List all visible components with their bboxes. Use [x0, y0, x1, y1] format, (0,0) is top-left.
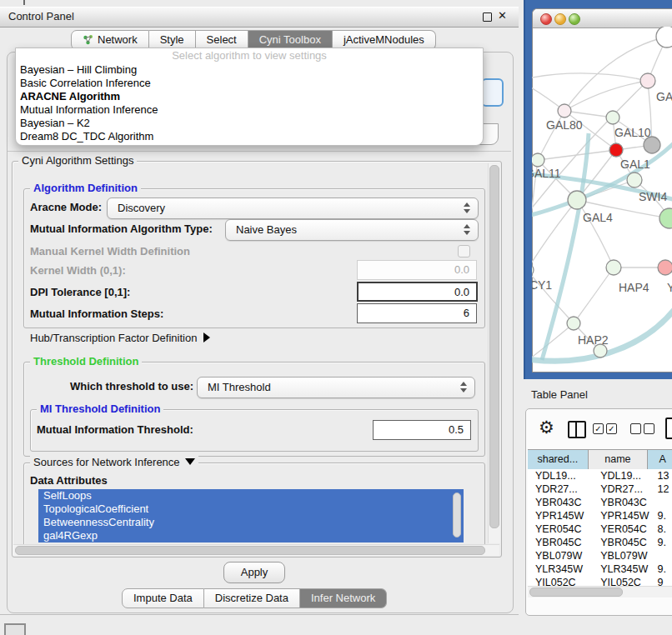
network-node[interactable] [606, 260, 621, 275]
column-header-name[interactable]: name [589, 450, 649, 469]
algorithm-option[interactable]: Mutual Information Inference [16, 103, 483, 117]
network-node-label: GAL10 [614, 126, 651, 139]
network-node[interactable] [640, 73, 655, 88]
network-node[interactable] [627, 172, 642, 188]
attribute-item[interactable]: BetweennessCentrality [38, 516, 464, 529]
unchecked-checkbox-icon[interactable] [644, 423, 654, 434]
collapse-down-icon [185, 458, 195, 465]
algorithm-dropdown[interactable]: Select algorithm to view settings Bayesi… [15, 48, 484, 146]
mi-type-value: Naive Bayes [226, 220, 478, 240]
network-node-label: GCY1 [532, 278, 552, 292]
algorithm-option[interactable]: Bayesian – Hill Climbing [16, 63, 483, 77]
column-header-partial[interactable]: A [648, 450, 672, 469]
which-threshold-value: MI Threshold [198, 378, 474, 398]
table-cell: YBR043C [528, 496, 594, 509]
tab-label: Impute Data [133, 592, 193, 604]
mi-threshold-field[interactable]: 0.5 [373, 420, 471, 440]
attributes-scrollbar-thumb[interactable] [453, 492, 461, 538]
network-node[interactable] [659, 208, 672, 228]
settings-hscrollbar-thumb[interactable] [15, 546, 485, 555]
network-node[interactable] [644, 137, 660, 153]
tab-infer-network[interactable]: Infer Network [300, 588, 387, 608]
table-hscrollbar-thumb[interactable] [529, 588, 623, 597]
table-cell [654, 496, 672, 509]
network-node[interactable] [658, 260, 672, 275]
top-edge-line [23, 0, 25, 5]
network-window-titlebar[interactable] [533, 9, 672, 28]
bottom-divider [0, 614, 519, 615]
table-row[interactable]: YBR045CYBR045C9. [528, 536, 672, 549]
document-icon[interactable] [665, 418, 672, 439]
window-minimize-icon[interactable] [554, 13, 566, 25]
table-cell: 9. [654, 536, 672, 549]
tab-label: jActiveMNodules [344, 33, 424, 46]
network-node[interactable] [609, 143, 623, 157]
mi-type-select[interactable]: Naive Bayes [225, 219, 479, 241]
stepper-icon [460, 382, 467, 392]
dpi-tolerance-field[interactable]: 0.0 [357, 282, 478, 302]
table-cell: YBR045C [528, 536, 594, 549]
table-row[interactable]: YIL052CYIL052C9 [528, 576, 672, 586]
algorithm-option[interactable]: Bayesian – K2 [16, 117, 483, 130]
table-row[interactable]: YBL079WYBL079W [528, 549, 672, 562]
window-close-icon[interactable] [540, 13, 552, 25]
attribute-item[interactable]: TopologicalCoefficient [38, 502, 464, 516]
network-node[interactable] [656, 27, 672, 48]
network-node-label: SWI4 [639, 190, 667, 203]
tab-impute-data[interactable]: Impute Data [122, 588, 204, 608]
collapsed-panel-button[interactable] [4, 623, 26, 635]
gear-icon[interactable]: ⚙ [539, 418, 554, 437]
float-window-icon[interactable] [483, 12, 492, 22]
network-node[interactable] [558, 104, 571, 118]
aracne-mode-select[interactable]: Discovery [107, 198, 479, 219]
application-window: Control Panel ✕ Network Style Select Cyn… [0, 0, 672, 635]
table-cell: 13 [654, 469, 672, 482]
help-button-partial[interactable] [481, 78, 504, 107]
tab-label: Select [207, 33, 237, 46]
kernel-width-field[interactable]: 0.0 [357, 260, 477, 280]
table-row[interactable]: YBR043CYBR043C [528, 496, 672, 509]
network-node[interactable] [606, 111, 619, 124]
network-node[interactable] [594, 344, 607, 358]
table-cell: YER054C [528, 522, 594, 536]
algorithm-option[interactable]: Dream8 DC_TDC Algorithm [16, 130, 483, 143]
network-node[interactable] [567, 317, 580, 330]
unchecked-checkbox-icon[interactable] [630, 423, 641, 434]
sources-group-title[interactable]: Sources for Network Inference [30, 456, 198, 468]
table-row[interactable]: YPR145WYPR145W9. [528, 509, 672, 522]
desktop-edge [524, 0, 525, 379]
algorithm-option[interactable]: Basic Correlation Inference [16, 77, 483, 90]
window-zoom-icon[interactable] [569, 13, 580, 25]
algorithm-option[interactable]: ARACNE Algorithm [16, 90, 483, 103]
network-node[interactable] [532, 153, 544, 167]
network-edge [532, 73, 648, 81]
checked-checkbox-icon[interactable]: ✓ [606, 423, 617, 434]
table-cell: 8. [654, 522, 672, 536]
attribute-item[interactable]: SelfLoops [38, 489, 464, 502]
tab-label: Cyni Toolbox [259, 33, 321, 46]
settings-group-title: Cyni Algorithm Settings [18, 154, 137, 167]
table-cell: 9 [654, 576, 672, 586]
stepper-icon [464, 224, 470, 235]
table-row[interactable]: YDL19...YDL19...13 [528, 469, 672, 482]
mi-steps-field[interactable]: 6 [357, 303, 477, 323]
apply-button[interactable]: Apply [223, 562, 285, 583]
tab-discretize-data[interactable]: Discretize Data [204, 588, 300, 608]
attribute-item[interactable]: gal4RGexp [38, 529, 464, 542]
settings-vscrollbar-thumb[interactable] [489, 165, 499, 528]
which-threshold-select[interactable]: MI Threshold [197, 377, 475, 398]
manual-kernel-checkbox[interactable] [458, 245, 470, 258]
network-node[interactable] [532, 263, 534, 277]
checked-checkbox-icon[interactable]: ✓ [593, 423, 604, 434]
table-cell: YDR27... [528, 482, 594, 496]
hub-definition-expander[interactable]: Hub/Transcription Factor Definition [30, 330, 210, 347]
table-row[interactable]: YDR27...YDR27...12 [528, 482, 672, 496]
network-node[interactable] [568, 191, 586, 209]
split-columns-icon[interactable] [568, 421, 586, 438]
close-icon[interactable]: ✕ [498, 9, 507, 22]
table-row[interactable]: YLR345WYLR345W9. [528, 562, 672, 576]
mi-steps-label: Mutual Information Steps: [30, 305, 163, 323]
table-cell: 12 [654, 482, 672, 496]
table-row[interactable]: YER054CYER054C8. [528, 522, 672, 536]
column-header-shared-name[interactable]: shared... [528, 450, 589, 469]
